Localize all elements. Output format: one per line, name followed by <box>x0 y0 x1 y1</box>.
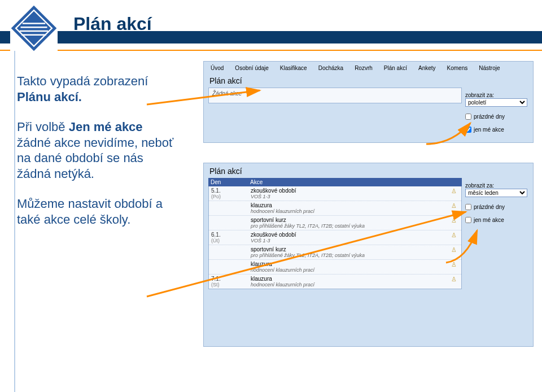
tab-nastroje[interactable]: Nástroje <box>473 63 505 73</box>
cell-event: klauzurahodnocení klauzurních prací <box>251 202 449 214</box>
period-select[interactable]: pololetí <box>465 98 527 107</box>
cell-event: zkouškové obdobíVOŠ 1-3 <box>251 232 449 243</box>
checkbox-my-events[interactable]: jen mé akce <box>465 127 530 133</box>
table-row: klauzurahodnocení klauzurních prací♙ <box>209 260 461 275</box>
checkbox-empty-days[interactable]: prázdné dny <box>465 204 530 210</box>
tab-rozvrh[interactable]: Rozvrh <box>349 63 378 73</box>
filter-label: zobrazit za: <box>465 92 530 98</box>
checkbox-input[interactable] <box>465 204 471 210</box>
cell-date <box>211 217 251 229</box>
pawn-icon: ♙ <box>449 276 459 288</box>
panel-heading: Plán akcí <box>204 73 533 88</box>
events-area-empty: Žádná akce <box>208 88 462 103</box>
events-table: 5.1.(Po)zkouškové obdobíVOŠ 1-3♙klauzura… <box>208 186 462 289</box>
tab-komens[interactable]: Komens <box>442 63 474 73</box>
col-header-den: Den <box>211 179 250 185</box>
pawn-icon: ♙ <box>449 202 459 214</box>
col-header-akce: Akce <box>250 179 460 185</box>
pawn-icon: ♙ <box>449 261 459 273</box>
cell-date <box>211 261 251 273</box>
table-row: klauzurahodnocení klauzurních prací♙ <box>209 201 461 216</box>
decorative-line <box>14 51 15 392</box>
table-row: 7.1.(St)klauzurahodnocení klauzurních pr… <box>209 275 461 289</box>
cell-date: 5.1.(Po) <box>211 188 251 199</box>
filter-controls: zobrazit za: měsíc leden prázdné dny jen… <box>465 178 533 225</box>
tab-klasifikace[interactable]: Klasifikace <box>274 63 313 73</box>
tab-osobni[interactable]: Osobní údaje <box>229 63 274 73</box>
checkbox-label: jen mé akce <box>474 127 504 133</box>
table-row: 5.1.(Po)zkouškové obdobíVOŠ 1-3♙ <box>209 186 461 201</box>
text-bold: Plánu akcí. <box>17 90 82 104</box>
empty-text: Žádná akce <box>212 90 242 97</box>
text-part: žádné akce nevidíme, neboť na dané obdob… <box>17 136 173 181</box>
svg-marker-2 <box>17 11 51 45</box>
pawn-icon: ♙ <box>449 246 459 258</box>
text-part: Takto vypadá zobrazení <box>17 74 148 88</box>
checkbox-input[interactable] <box>465 127 471 133</box>
cell-date <box>211 202 251 214</box>
explanation-text: Takto vypadá zobrazení Plánu akcí. Při v… <box>17 73 175 242</box>
table-row: sportovní kurzpro přihlášené žáky TL2, I… <box>209 245 461 260</box>
pawn-icon: ♙ <box>449 232 459 243</box>
pawn-icon: ♙ <box>449 217 459 229</box>
panel-heading: Plán akcí <box>204 163 533 178</box>
cell-event: sportovní kurzpro přihlášené žáky TL2, I… <box>251 246 449 258</box>
cell-date <box>211 246 251 258</box>
screenshot-panel-1: Úvod Osobní údaje Klasifikace Docházka R… <box>203 61 534 143</box>
checkbox-label: prázdné dny <box>474 204 505 210</box>
nav-tabs: Úvod Osobní údaje Klasifikace Docházka R… <box>204 62 533 73</box>
logo-icon <box>10 5 58 52</box>
cell-date: 7.1.(St) <box>211 276 251 288</box>
cell-event: klauzurahodnocení klauzurních prací <box>251 276 449 288</box>
cell-event: zkouškové obdobíVOŠ 1-3 <box>251 188 449 199</box>
tab-ankety[interactable]: Ankety <box>413 63 442 73</box>
cell-event: klauzurahodnocení klauzurních prací <box>251 261 449 273</box>
checkbox-empty-days[interactable]: prázdné dny <box>465 114 530 120</box>
table-header: Den Akce <box>208 178 462 186</box>
cell-date: 6.1.(Út) <box>211 232 251 243</box>
filter-label: zobrazit za: <box>465 182 530 189</box>
table-row: 6.1.(Út)zkouškové obdobíVOŠ 1-3♙ <box>209 230 461 245</box>
checkbox-input[interactable] <box>465 114 471 120</box>
tab-planakci[interactable]: Plán akcí <box>378 63 413 73</box>
checkbox-input[interactable] <box>465 217 471 223</box>
table-row: sportovní kurzpro přihlášené žáky TL2, I… <box>209 216 461 230</box>
page-title: Plán akcí <box>73 14 152 34</box>
period-select[interactable]: měsíc leden <box>465 189 527 197</box>
slide-header: Plán akcí <box>0 0 542 51</box>
checkbox-label: jen mé akce <box>474 217 504 223</box>
pawn-icon: ♙ <box>449 188 459 199</box>
tab-dochazka[interactable]: Docházka <box>313 63 349 73</box>
text-part: Při volbě <box>17 120 69 134</box>
filter-controls: zobrazit za: pololetí prázdné dny jen mé… <box>465 88 533 135</box>
text-part: Můžeme nastavit období a také akce celé … <box>17 197 163 227</box>
screenshot-panel-2: Plán akcí Den Akce 5.1.(Po)zkouškové obd… <box>203 163 534 347</box>
checkbox-label: prázdné dny <box>474 114 505 120</box>
tab-uvod[interactable]: Úvod <box>205 63 229 73</box>
checkbox-my-events[interactable]: jen mé akce <box>465 217 530 223</box>
text-bold: Jen mé akce <box>69 120 143 134</box>
cell-event: sportovní kurzpro přihlášené žáky TL2, I… <box>251 217 449 229</box>
